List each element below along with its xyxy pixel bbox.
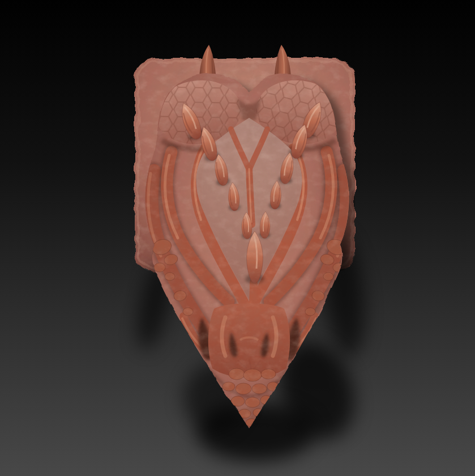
sculpt-viewport-canvas[interactable] xyxy=(0,0,475,476)
sculpt-app-window xyxy=(0,0,475,476)
